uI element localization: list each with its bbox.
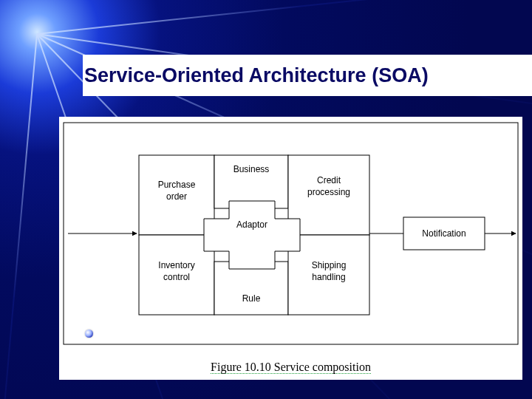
box-adaptor: Adaptor bbox=[204, 201, 300, 269]
label: Rule bbox=[242, 293, 261, 304]
figure-caption: Figure 10.10 Service composition bbox=[59, 361, 522, 374]
svg-rect-2 bbox=[214, 155, 288, 208]
label: Notification bbox=[422, 228, 466, 239]
box-rule: Rule bbox=[214, 262, 288, 315]
label: Adaptor bbox=[236, 219, 267, 230]
label: order bbox=[166, 191, 187, 202]
title-container: Service-Oriented Architecture (SOA) bbox=[83, 55, 532, 96]
box-inventory-control: Inventory control bbox=[139, 235, 214, 315]
diagram: Purchase order Inventory control Busines… bbox=[59, 117, 522, 380]
label: control bbox=[163, 272, 190, 282]
figure-container: Purchase order Inventory control Busines… bbox=[59, 117, 522, 380]
figure-caption-text: Figure 10.10 Service composition bbox=[211, 361, 371, 374]
slide-title: Service-Oriented Architecture (SOA) bbox=[83, 64, 429, 87]
label: Inventory bbox=[158, 260, 194, 270]
box-business: Business bbox=[214, 155, 288, 208]
label: Business bbox=[233, 164, 270, 174]
svg-rect-3 bbox=[214, 262, 288, 315]
label: handling bbox=[312, 272, 345, 282]
label: Credit bbox=[317, 175, 341, 185]
label: Shipping bbox=[312, 260, 347, 270]
label: Purchase bbox=[158, 180, 196, 190]
service-composition-diagram: Purchase order Inventory control Busines… bbox=[59, 117, 522, 380]
box-notification: Notification bbox=[403, 217, 485, 250]
bullet-icon bbox=[85, 330, 93, 338]
label: processing bbox=[307, 187, 350, 197]
box-purchase-order: Purchase order bbox=[139, 155, 214, 235]
slide: Service-Oriented Architecture (SOA) Purc… bbox=[0, 0, 532, 399]
